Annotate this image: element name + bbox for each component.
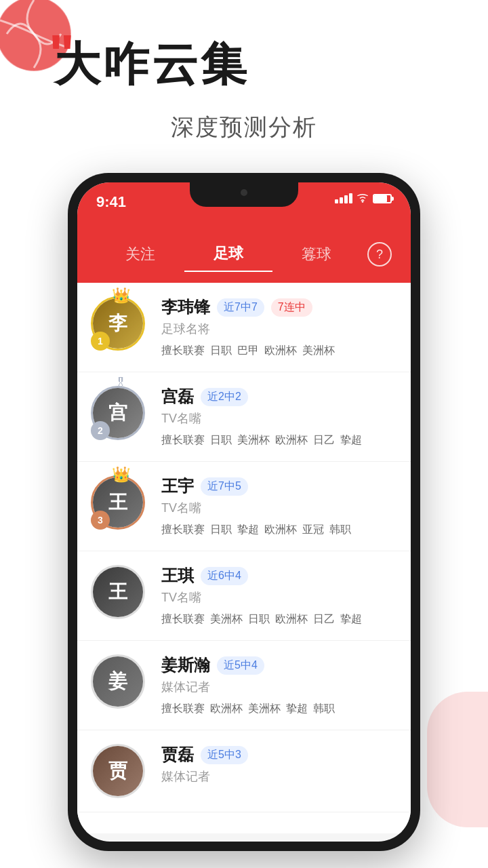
sport-tag: 挚超	[340, 612, 362, 627]
sport-tag: 韩职	[329, 523, 351, 537]
sport-tag: 挚超	[286, 702, 308, 716]
expert-name-row: 贾磊 近5中3	[161, 744, 394, 766]
expert-tag: 近7中5	[201, 477, 248, 496]
sport-tag: 日乙	[313, 612, 335, 627]
expert-name: 贾磊	[161, 744, 194, 766]
sport-tag: 韩职	[313, 702, 335, 716]
rank-badge: 3	[91, 511, 110, 530]
expert-title: 媒体记者	[161, 679, 394, 695]
main-headline: 大咋云集	[54, 41, 249, 87]
sport-tag: 欧洲杯	[264, 523, 297, 537]
nav-tabs: 关注 足球 篹球 ?	[77, 237, 411, 283]
sport-tag: 擅长联赛	[161, 523, 205, 537]
expert-card[interactable]: 王 王琪 近6中4 TV名嘴 擅长联赛美洲杯日职欧洲杯日乙挚超	[77, 551, 411, 641]
wifi-icon	[357, 194, 369, 203]
sports-tags: 擅长联赛日职美洲杯欧洲杯日乙挚超	[161, 433, 394, 448]
avatar-image: 王	[93, 567, 143, 617]
camera-dot	[241, 189, 247, 196]
status-bar: 9:41	[77, 182, 411, 237]
expert-info: 姜斯瀚 近5中4 媒体记者 擅长联赛欧洲杯美洲杯挚超韩职	[161, 654, 394, 716]
expert-name-row: 姜斯瀚 近5中4	[161, 654, 394, 676]
expert-title: TV名嘴	[161, 589, 394, 606]
notch	[190, 182, 298, 207]
svg-point-2	[362, 201, 364, 203]
sports-tags: 擅长联赛日职挚超欧洲杯亚冠韩职	[161, 523, 394, 537]
expert-card[interactable]: 👑 王 3 王宇 近7中5 TV名嘴 擅长联赛日职挚超欧洲杯亚冠韩职	[77, 462, 411, 551]
expert-card[interactable]: 👑 李 1 李玮锋 近7中77连中 足球名将 擅长联赛日职巴甲欧洲杯美洲杯	[77, 283, 411, 372]
expert-info: 李玮锋 近7中77连中 足球名将 擅长联赛日职巴甲欧洲杯美洲杯	[161, 296, 394, 358]
avatar-wrap: 贾	[91, 744, 150, 798]
sport-tag: 日职	[210, 344, 232, 358]
expert-info: 宫磊 近2中2 TV名嘴 擅长联赛日职美洲杯欧洲杯日乙挚超	[161, 386, 394, 448]
sport-tag: 欧洲杯	[275, 433, 308, 448]
expert-card[interactable]: 贾 贾磊 近5中3 媒体记者	[77, 730, 411, 812]
expert-info: 贾磊 近5中3 媒体记者	[161, 744, 394, 791]
expert-info: 王宇 近7中5 TV名嘴 擅长联赛日职挚超欧洲杯亚冠韩职	[161, 475, 394, 537]
expert-tag: 近5中4	[217, 656, 264, 675]
sport-tag: 挚超	[237, 523, 259, 537]
tab-follow[interactable]: 关注	[96, 237, 184, 271]
avatar-image: 姜	[93, 656, 143, 707]
expert-name: 王琪	[161, 565, 194, 587]
sport-tag: 欧洲杯	[275, 612, 308, 627]
sports-tags: 擅长联赛欧洲杯美洲杯挚超韩职	[161, 702, 394, 716]
avatar-initials: 王	[93, 567, 143, 617]
sport-tag: 擅长联赛	[161, 433, 205, 448]
crown-icon: 🎖	[115, 376, 127, 391]
tab-football[interactable]: 足球	[184, 237, 272, 272]
sport-tag: 擅长联赛	[161, 702, 205, 716]
crown-icon: 👑	[112, 466, 130, 484]
expert-tag: 近5中3	[201, 746, 248, 764]
expert-tag: 近6中4	[201, 567, 248, 585]
top-banner: " 大咋云集 深度预测分析	[0, 0, 488, 190]
sport-tag: 日职	[248, 612, 270, 627]
expert-name-row: 王琪 近6中4	[161, 565, 394, 587]
avatar: 王	[91, 565, 145, 619]
avatar-wrap: 👑 李 1	[91, 296, 150, 351]
expert-card[interactable]: 🎖 宫 2 宫磊 近2中2 TV名嘴 擅长联赛日职美洲杯欧洲杯日乙挚超	[77, 372, 411, 462]
sport-tag: 亚冠	[302, 523, 324, 537]
tab-basketball[interactable]: 篹球	[272, 237, 361, 271]
rank-badge: 2	[91, 421, 110, 440]
crown-icon: 👑	[112, 287, 130, 304]
avatar-wrap: 👑 王 3	[91, 475, 150, 530]
sport-tag: 美洲杯	[210, 612, 243, 627]
sport-tag: 美洲杯	[237, 433, 270, 448]
expert-title: 足球名将	[161, 321, 394, 337]
expert-name-row: 宫磊 近2中2	[161, 386, 394, 408]
avatar-wrap: 🎖 宫 2	[91, 386, 150, 440]
sport-tag: 美洲杯	[248, 702, 281, 716]
expert-tag: 7连中	[271, 298, 312, 317]
expert-name: 宫磊	[161, 386, 194, 408]
expert-name: 李玮锋	[161, 296, 210, 318]
expert-title: TV名嘴	[161, 500, 394, 516]
sport-tag: 欧洲杯	[264, 344, 297, 358]
sport-tag: 日职	[210, 433, 232, 448]
expert-title: TV名嘴	[161, 410, 394, 427]
sport-tag: 欧洲杯	[210, 702, 243, 716]
sport-tag: 日乙	[313, 433, 335, 448]
expert-tag: 近7中7	[217, 298, 264, 317]
expert-name-row: 王宇 近7中5	[161, 475, 394, 497]
sports-tags: 擅长联赛美洲杯日职欧洲杯日乙挚超	[161, 612, 394, 627]
rank-badge: 1	[91, 332, 110, 351]
signal-icon	[335, 193, 352, 203]
sport-tag: 日职	[210, 523, 232, 537]
expert-card[interactable]: 姜 姜斯瀚 近5中4 媒体记者 擅长联赛欧洲杯美洲杯挚超韩职	[77, 641, 411, 730]
sport-tag: 美洲杯	[302, 344, 335, 358]
avatar-image: 贾	[93, 746, 143, 796]
help-button[interactable]: ?	[367, 242, 392, 267]
sport-tag: 擅长联赛	[161, 344, 205, 358]
expert-name-row: 李玮锋 近7中77连中	[161, 296, 394, 318]
sports-tags: 擅长联赛日职巴甲欧洲杯美洲杯	[161, 344, 394, 358]
sport-tag: 巴甲	[237, 344, 259, 358]
avatar-wrap: 王	[91, 565, 150, 619]
avatar: 姜	[91, 654, 145, 709]
headline-text: 大咋云集	[54, 38, 249, 90]
expert-title: 媒体记者	[161, 768, 394, 785]
sport-tag: 擅长联赛	[161, 612, 205, 627]
battery-icon	[373, 194, 392, 203]
expert-name: 王宇	[161, 475, 194, 497]
avatar-initials: 姜	[93, 656, 143, 707]
phone-mockup: 9:41	[68, 173, 420, 851]
